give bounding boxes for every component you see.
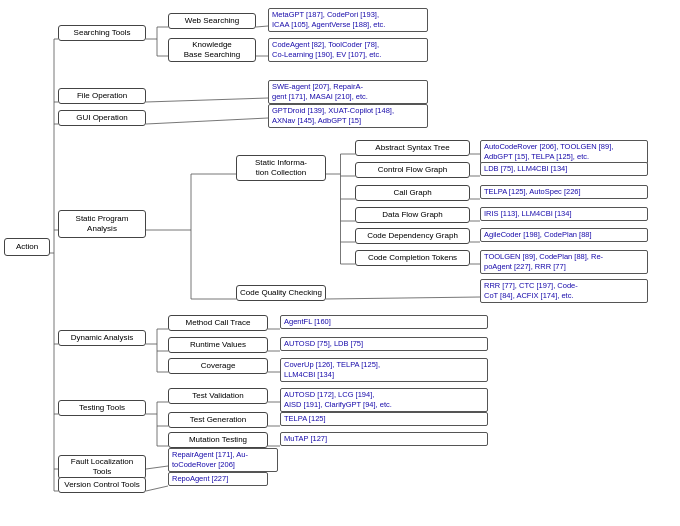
node-box: Action (4, 238, 50, 256)
ref-box: LDB [75], LLM4CBI [134] (480, 162, 648, 176)
ref-box: SWE-agent [207], RepairA- gent [171], MA… (268, 80, 428, 104)
node-box: Method Call Trace (168, 315, 268, 331)
node-box: Data Flow Graph (355, 207, 470, 223)
node-box: Coverage (168, 358, 268, 374)
node-box: File Operation (58, 88, 146, 104)
ref-box: AUTOSD [172], LCG [194], AISD [191], Cla… (280, 388, 488, 412)
node-box: Searching Tools (58, 25, 146, 41)
node-box: Call Graph (355, 185, 470, 201)
ref-box: CoverUp [126], TELPA [125], LLM4CBI [134… (280, 358, 488, 382)
node-box: Code Quality Checking (236, 285, 326, 301)
ref-box: RepairAgent [171], Au- toCodeRover [206] (168, 448, 278, 472)
ref-box: RepoAgent [227] (168, 472, 268, 486)
node-box: Knowledge Base Searching (168, 38, 256, 62)
ref-box: RRR [77], CTC [197], Code- CoT [84], ACF… (480, 279, 648, 303)
diagram-container: ActionSearching ToolsFile OperationGUI O… (0, 0, 680, 510)
node-box: GUI Operation (58, 110, 146, 126)
ref-box: AutoCodeRover [206], TOOLGEN [89], AdbGP… (480, 140, 648, 164)
node-box: Test Generation (168, 412, 268, 428)
ref-box: IRIS [113], LLM4CBI [134] (480, 207, 648, 221)
ref-box: TOOLGEN [89], CodePlan [88], Re- poAgent… (480, 250, 648, 274)
node-box: Fault Localization Tools (58, 455, 146, 479)
node-box: Dynamic Analysis (58, 330, 146, 346)
ref-box: MuTAP [127] (280, 432, 488, 446)
node-box: Test Validation (168, 388, 268, 404)
ref-box: AgentFL [160] (280, 315, 488, 329)
node-box: Web Searching (168, 13, 256, 29)
ref-box: MetaGPT [187], CodePori [193], ICAA [105… (268, 8, 428, 32)
ref-box: AUTOSD [75], LDB [75] (280, 337, 488, 351)
node-box: Static Program Analysis (58, 210, 146, 238)
node-box: Code Completion Tokens (355, 250, 470, 266)
ref-box: CodeAgent [82], ToolCoder [78], Co-Learn… (268, 38, 428, 62)
node-box: Abstract Syntax Tree (355, 140, 470, 156)
node-box: Code Dependency Graph (355, 228, 470, 244)
node-box: Testing Tools (58, 400, 146, 416)
ref-box: AgileCoder [198], CodePlan [88] (480, 228, 648, 242)
node-box: Control Flow Graph (355, 162, 470, 178)
node-box: Mutation Testing (168, 432, 268, 448)
ref-box: TELPA [125], AutoSpec [226] (480, 185, 648, 199)
node-box: Runtime Values (168, 337, 268, 353)
ref-box: GPTDroid [139], XUAT-Copilot [148], AXNa… (268, 104, 428, 128)
node-box: Version Control Tools (58, 477, 146, 493)
ref-box: TELPA [125] (280, 412, 488, 426)
node-box: Static Informa- tion Collection (236, 155, 326, 181)
